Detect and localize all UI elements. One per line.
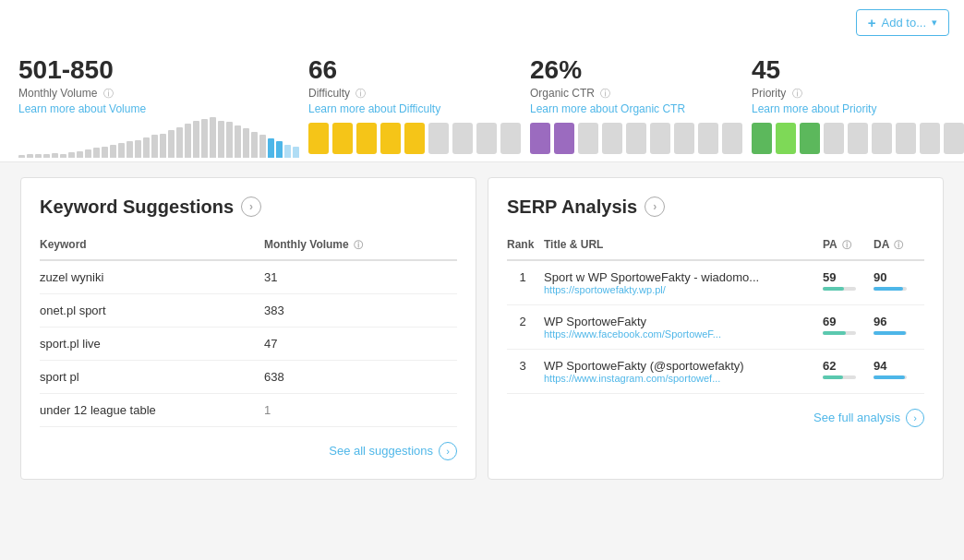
- ctr-block: [698, 123, 718, 154]
- keyword-table: Keyword Monthly Volume ⓘ zuzel wyniki31o…: [40, 232, 457, 427]
- add-to-button[interactable]: + Add to... ▾: [856, 9, 949, 36]
- volume-bar: [52, 153, 58, 158]
- priority-block: [848, 123, 868, 154]
- volume-bar: [60, 154, 66, 158]
- serp-pa-cell: 62: [823, 349, 874, 393]
- volume-bar: [27, 154, 33, 158]
- organic-ctr-learn-more-link[interactable]: Learn more about Organic CTR: [530, 102, 742, 115]
- volume-bar: [143, 137, 150, 158]
- metric-organic-ctr: 26% Organic CTR ⓘ Learn more about Organ…: [530, 56, 752, 161]
- serp-col-pa: PA ⓘ: [823, 232, 874, 260]
- serp-expand-icon[interactable]: ›: [645, 197, 665, 217]
- volume-label: Monthly Volume ⓘ: [18, 87, 299, 101]
- kw-col-volume: Monthly Volume ⓘ: [264, 232, 457, 260]
- serp-rank-cell: 3: [507, 349, 544, 393]
- volume-bar: [18, 155, 25, 158]
- difficulty-block: [428, 123, 449, 154]
- volume-bar: [135, 140, 141, 158]
- kw-volume-cell: 31: [264, 260, 457, 294]
- difficulty-chart: [308, 115, 521, 161]
- see-full-analysis-link[interactable]: See full analysis ›: [507, 409, 924, 427]
- priority-label: Priority ⓘ: [752, 87, 964, 101]
- serp-col-da: DA ⓘ: [874, 232, 924, 260]
- pa-info-icon[interactable]: ⓘ: [842, 240, 851, 250]
- see-all-arrow-icon: ›: [439, 442, 457, 460]
- volume-bar: [85, 149, 91, 158]
- plus-icon: +: [868, 15, 876, 30]
- difficulty-block: [332, 123, 353, 154]
- metric-volume: 501-850 Monthly Volume ⓘ Learn more abou…: [18, 56, 308, 161]
- volume-chart: [18, 115, 299, 161]
- table-row: sport pl638: [40, 360, 457, 393]
- serp-da-cell: 90: [874, 260, 924, 305]
- da-score: 90: [874, 270, 919, 284]
- volume-bar: [35, 154, 42, 158]
- volume-bar: [276, 141, 283, 158]
- volume-bar: [235, 125, 241, 158]
- metrics-row: 501-850 Monthly Volume ⓘ Learn more abou…: [0, 42, 964, 162]
- kw-keyword-cell: onet.pl sport: [40, 293, 264, 327]
- serp-title-cell: WP SportoweFakty (@sportowefakty)https:/…: [544, 349, 823, 393]
- ctr-chart: [530, 115, 742, 161]
- difficulty-value: 66: [308, 56, 521, 85]
- serp-da-cell: 96: [874, 304, 924, 349]
- priority-learn-more-link[interactable]: Learn more about Priority: [752, 102, 964, 115]
- organic-ctr-value: 26%: [530, 56, 742, 85]
- priority-block: [824, 123, 844, 154]
- serp-col-rank: Rank: [507, 232, 544, 260]
- see-full-arrow-icon: ›: [906, 409, 924, 427]
- da-info-icon[interactable]: ⓘ: [894, 240, 903, 250]
- priority-block: [800, 123, 820, 154]
- see-all-suggestions-link[interactable]: See all suggestions ›: [40, 442, 457, 460]
- table-row: 3WP SportoweFakty (@sportowefakty)https:…: [507, 349, 924, 393]
- serp-url-text[interactable]: https://sportowefakty.wp.pl/: [544, 284, 817, 295]
- volume-bar: [268, 138, 274, 158]
- volume-info-icon[interactable]: ⓘ: [103, 88, 114, 99]
- volume-bar: [259, 135, 266, 158]
- volume-bar: [218, 121, 224, 158]
- kw-keyword-cell: sport pl: [40, 360, 264, 393]
- volume-bar: [210, 117, 216, 158]
- volume-bar: [118, 143, 125, 158]
- serp-table: Rank Title & URL PA ⓘ DA ⓘ 1Sport: [507, 232, 924, 394]
- serp-url-text[interactable]: https://www.facebook.com/SportoweF...: [544, 328, 817, 340]
- ctr-block: [650, 123, 670, 154]
- serp-title-cell: Sport w WP SportoweFakty - wiadomo...htt…: [544, 260, 823, 305]
- serp-title-text: WP SportoweFakty: [544, 315, 817, 328]
- ctr-block: [626, 123, 646, 154]
- pa-score: 69: [823, 315, 868, 328]
- difficulty-learn-more-link[interactable]: Learn more about Difficulty: [308, 102, 521, 115]
- volume-bar: [93, 148, 100, 158]
- volume-bar: [284, 145, 291, 158]
- volume-value: 501-850: [18, 56, 299, 85]
- difficulty-block: [500, 123, 521, 154]
- metric-priority: 45 Priority ⓘ Learn more about Priority: [752, 56, 964, 161]
- volume-bar: [251, 132, 258, 158]
- table-row: zuzel wyniki31: [40, 260, 457, 294]
- kw-volume-info-icon[interactable]: ⓘ: [354, 240, 363, 250]
- sections-row: Keyword Suggestions › Keyword Monthly Vo…: [0, 162, 964, 494]
- keyword-suggestions-expand-icon[interactable]: ›: [241, 197, 261, 217]
- ctr-block: [554, 123, 574, 154]
- serp-analysis-title: SERP Analysis ›: [507, 197, 924, 218]
- ctr-block: [530, 123, 550, 154]
- ctr-info-icon[interactable]: ⓘ: [600, 88, 610, 99]
- volume-bar: [127, 141, 133, 158]
- serp-title-text: Sport w WP SportoweFakty - wiadomo...: [544, 270, 817, 284]
- kw-volume-cell: 47: [264, 327, 457, 360]
- table-row: 2WP SportoweFaktyhttps://www.facebook.co…: [507, 304, 924, 349]
- priority-block: [896, 123, 916, 154]
- kw-keyword-cell: zuzel wyniki: [40, 260, 264, 294]
- difficulty-info-icon[interactable]: ⓘ: [355, 88, 366, 99]
- serp-pa-cell: 59: [823, 260, 874, 305]
- difficulty-block: [452, 123, 473, 154]
- difficulty-block: [356, 123, 377, 154]
- volume-learn-more-link[interactable]: Learn more about Volume: [18, 102, 299, 115]
- kw-keyword-cell: sport.pl live: [40, 327, 264, 360]
- volume-bar: [193, 121, 199, 158]
- kw-volume-cell: 1: [264, 393, 457, 426]
- table-row: sport.pl live47: [40, 327, 457, 360]
- volume-bar: [102, 147, 108, 158]
- priority-info-icon[interactable]: ⓘ: [792, 88, 802, 99]
- serp-url-text[interactable]: https://www.instagram.com/sportowef...: [544, 373, 817, 384]
